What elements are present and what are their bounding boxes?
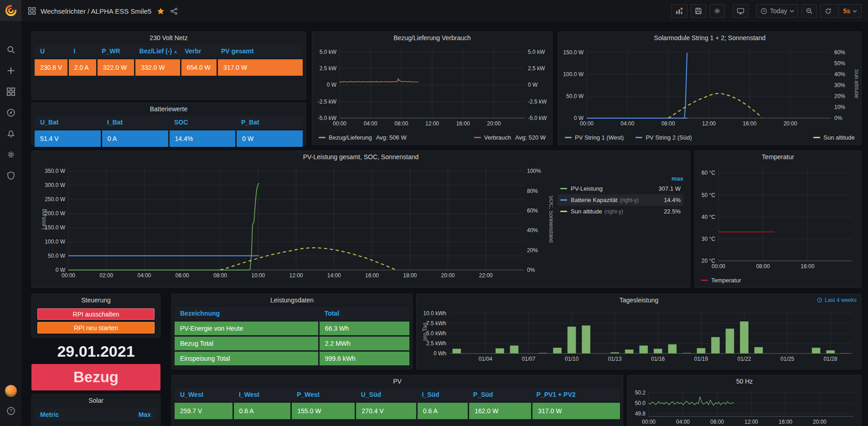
panel-solarmodule: Solarmodule String 1 + 2; Sonnenstand 15…	[558, 31, 862, 145]
svg-text:02:00: 02:00	[99, 272, 113, 279]
svg-text:01/28: 01/28	[824, 356, 837, 362]
svg-text:10.0 kWh: 10.0 kWh	[423, 310, 446, 317]
refresh-button[interactable]	[821, 5, 836, 17]
series-swatch	[474, 137, 481, 138]
table-row: PV-Energie von Heute 66.3 Wh	[175, 322, 409, 335]
legend-item[interactable]: Batterie Kapazität(right-y) 14.4%	[558, 194, 683, 206]
help-icon[interactable]: ?	[6, 406, 16, 416]
svg-text:0%: 0%	[527, 267, 535, 273]
batterie-table-header: U_Bat I_Bat SOC P_Bat	[35, 116, 303, 129]
legend-item[interactable]: Sun altitude	[813, 134, 855, 141]
panel-title[interactable]: Bezug/Lieferung Verbrauch	[312, 32, 552, 44]
col-header[interactable]: Total	[319, 307, 409, 320]
svg-text:30 °C: 30 °C	[702, 236, 715, 242]
svg-text:00:00: 00:00	[712, 263, 725, 270]
explore-compass-icon[interactable]	[6, 108, 16, 118]
svg-text:16:00: 16:00	[779, 419, 792, 425]
legend-item[interactable]: VerbrauchAvg: 520 W	[474, 134, 546, 141]
share-icon[interactable]	[170, 7, 178, 15]
dashboard-settings-button[interactable]	[709, 4, 725, 18]
legend-item[interactable]: PV-Leistung 307.1 W	[558, 183, 683, 194]
col-header[interactable]: Metric	[35, 408, 59, 421]
col-header-sorted[interactable]: Bez/Lief (-)∧	[134, 45, 180, 57]
dashboards-icon[interactable]	[6, 87, 16, 97]
rpi-ausschalten-button[interactable]: RPI ausschalten	[37, 308, 155, 320]
col-header[interactable]: P_WR	[96, 45, 134, 57]
svg-text:01/04: 01/04	[479, 356, 492, 362]
col-header[interactable]: P_Süd	[468, 388, 531, 401]
col-header[interactable]: P_PV1 + PV2	[531, 388, 620, 401]
col-header[interactable]: P_West	[291, 388, 356, 401]
svg-text:08:00: 08:00	[661, 120, 675, 127]
legend-item[interactable]: Bezug/LieferungAvg: 506 W	[319, 134, 407, 141]
legend-item[interactable]: PV String 2 (Süd)	[636, 134, 692, 141]
grafana-logo-icon	[4, 4, 18, 17]
col-header[interactable]: I	[68, 45, 97, 57]
series-swatch	[560, 199, 567, 201]
legend-item[interactable]: Sun altitude(right-y) 22.5%	[558, 206, 683, 217]
favorite-star-icon[interactable]	[157, 7, 165, 15]
grafana-logo[interactable]	[0, 0, 21, 21]
panel-title[interactable]: Solar	[32, 395, 160, 406]
add-panel-button[interactable]	[671, 4, 687, 18]
series-swatch	[813, 137, 820, 138]
solar-table-header: Metric Max	[35, 408, 157, 421]
configuration-gear-icon[interactable]	[6, 150, 16, 160]
col-header[interactable]: SOC	[169, 116, 236, 129]
col-header[interactable]: P_Bat	[236, 116, 303, 129]
alerting-bell-icon[interactable]	[6, 129, 16, 139]
pv-leistung-chart: 350.0 W300.0 W250.0 W200.0 W150.0 W100.0…	[35, 164, 553, 284]
rpi-neu-starten-button[interactable]: RPI neu starten	[37, 322, 155, 333]
svg-text:12:00: 12:00	[702, 120, 716, 127]
col-header[interactable]: I_Bat	[102, 116, 169, 129]
save-dashboard-button[interactable]	[691, 4, 706, 18]
panel-title[interactable]: Steuerung	[32, 294, 160, 306]
sidebar: ?	[0, 0, 21, 426]
refresh-interval-label: 5s	[843, 7, 850, 15]
cell-i: 2.0 A	[69, 59, 96, 76]
svg-text:16:00: 16:00	[801, 263, 814, 270]
legend-max-column-header[interactable]: max	[672, 175, 683, 182]
panel-batteriewerte: Batteriewerte U_Bat I_Bat SOC P_Bat 51.4…	[31, 103, 306, 145]
dashboard-squares-icon[interactable]	[28, 7, 36, 15]
panel-title[interactable]: Tagesleistung	[417, 294, 861, 306]
time-range-picker[interactable]: Today	[756, 4, 798, 18]
panel-title[interactable]: Batteriewerte	[32, 103, 305, 115]
search-icon[interactable]	[6, 45, 16, 55]
svg-text:0 W: 0 W	[327, 82, 337, 88]
panel-title[interactable]: PV	[172, 375, 623, 387]
col-header[interactable]: I_Süd	[416, 388, 467, 401]
user-avatar[interactable]	[5, 385, 17, 397]
col-header[interactable]: Verbr	[180, 45, 216, 57]
panel-title[interactable]: Leistungsdaten	[172, 294, 412, 306]
cell-i-bat: 0 A	[102, 130, 168, 147]
dashboard-title[interactable]: Wechselrichter / ALPHA ESS Smile5	[41, 7, 151, 15]
col-header[interactable]: U_West	[175, 388, 233, 401]
refresh-interval-picker[interactable]: 5s	[838, 5, 861, 17]
time-range-link[interactable]: Last 4 weeks	[817, 297, 857, 303]
server-admin-shield-icon[interactable]	[6, 171, 16, 181]
col-header[interactable]: I_West	[233, 388, 291, 401]
zoom-out-time-button[interactable]	[801, 4, 817, 18]
svg-text:00:00: 00:00	[580, 120, 594, 127]
legend-item[interactable]: PV String 1 (West)	[565, 134, 624, 141]
cycle-view-mode-button[interactable]	[733, 4, 749, 18]
legend-item[interactable]: Temperatur	[701, 277, 741, 284]
svg-text:-5.0 kW: -5.0 kW	[528, 115, 547, 121]
col-header[interactable]: U_Bat	[35, 116, 102, 129]
panel-title[interactable]: 50 Hz	[628, 375, 861, 387]
col-header[interactable]: Max	[133, 408, 157, 421]
panel-title[interactable]: Solarmodule String 1 + 2; Sonnenstand	[558, 32, 861, 44]
refresh-icon	[825, 8, 832, 15]
cell-u-west: 259.7 V	[175, 403, 232, 419]
col-header[interactable]: U	[35, 45, 68, 57]
panel-title[interactable]: Temperatur	[695, 151, 861, 163]
panel-title[interactable]: PV-Leistung gesamt, SOC, Sonnenstand	[32, 151, 690, 163]
col-header[interactable]: Bezeichnung	[175, 307, 319, 320]
svg-text:SOC, Sonnenstand: SOC, Sonnenstand	[548, 196, 553, 243]
panel-title[interactable]: 230 Volt Netz	[32, 32, 305, 44]
netz-table-header: U I P_WR Bez/Lief (-)∧ Verbr PV gesamt	[35, 45, 303, 57]
add-icon[interactable]	[6, 66, 16, 76]
col-header[interactable]: U_Süd	[356, 388, 417, 401]
col-header[interactable]: PV gesamt	[216, 45, 303, 57]
